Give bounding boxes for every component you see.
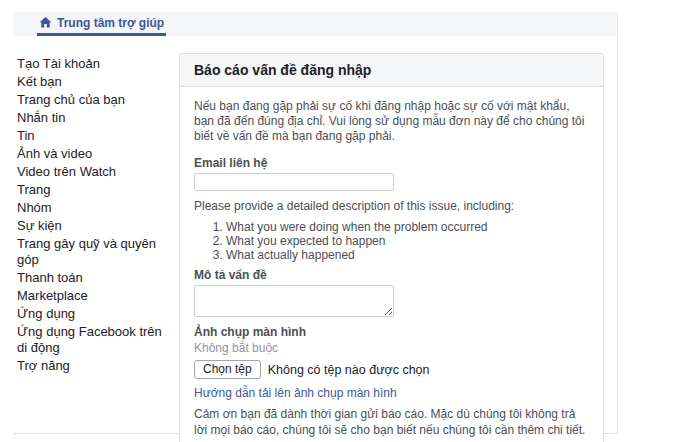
choose-file-button[interactable]: Chọn tệp [194,360,261,379]
sidebar-item-ung-dung[interactable]: Ứng dụng [17,306,167,322]
description-points-list: What you were doing when the problem occ… [194,220,589,262]
sidebar-item-su-kien[interactable]: Sự kiện [17,218,167,234]
panel-title: Báo cáo vấn đề đăng nhập [180,54,603,87]
sidebar-item-anh-va-video[interactable]: Ảnh và video [17,146,167,162]
sidebar-item-tro-nang[interactable]: Trợ năng [17,358,167,374]
sidebar-item-ket-ban[interactable]: Kết bạn [17,74,167,90]
description-point: What you were doing when the problem occ… [226,220,589,234]
sidebar-item-nhan-tin[interactable]: Nhắn tin [17,110,167,126]
sidebar-item-tao-tai-khoan[interactable]: Tạo Tài khoản [17,56,167,72]
home-icon [39,16,52,29]
sidebar-item-trang-chu-cua-ban[interactable]: Trang chủ của bạn [17,92,167,108]
sidebar-item-video-tren-watch[interactable]: Video trên Watch [17,164,167,180]
report-login-issue-panel: Báo cáo vấn đề đăng nhập Nếu bạn đang gặ… [179,53,604,442]
sidebar-item-tin[interactable]: Tin [17,128,167,144]
sidebar-nav: Tạo Tài khoản Kết bạn Trang chủ của bạn … [13,36,179,376]
intro-text: Nếu bạn đang gặp phải sự cố khi đăng nhậ… [194,99,589,144]
description-point: What you expected to happen [226,234,589,248]
upload-help-link[interactable]: Hướng dẫn tải lên ảnh chụp màn hình [194,386,397,400]
panel-body: Nếu bạn đang gặp phải sự cố khi đăng nhậ… [180,87,603,442]
description-point: What actually happened [226,248,589,262]
sidebar-item-thanh-toan[interactable]: Thanh toán [17,270,167,286]
file-status-text: Không có tệp nào được chọn [268,363,430,377]
tab-help-center[interactable]: Trung tâm trợ giúp [37,12,166,36]
help-center-title: Trung tâm trợ giúp [57,16,164,30]
sidebar-item-trang-gay-quy[interactable]: Trang gây quỹ và quyên góp [17,236,167,268]
screenshot-file-input[interactable]: Chọn tệp Không có tệp nào được chọn [194,360,589,379]
optional-note: Không bắt buộc [194,342,589,355]
help-center-page: Trung tâm trợ giúp Tạo Tài khoản Kết bạn… [13,12,618,434]
sidebar-item-nhom[interactable]: Nhóm [17,200,167,216]
description-instruction: Please provide a detailed description of… [194,200,589,213]
content-area: Tạo Tài khoản Kết bạn Trang chủ của bạn … [13,36,617,442]
email-label: Email liên hệ [194,156,589,170]
sidebar-item-trang[interactable]: Trang [17,182,167,198]
topbar: Trung tâm trợ giúp [13,12,617,36]
screenshot-label: Ảnh chụp màn hình [194,325,589,339]
sidebar-item-ung-dung-facebook-di-dong[interactable]: Ứng dụng Facebook trên di động [17,324,167,356]
description-field[interactable] [194,285,394,317]
email-field[interactable] [194,173,394,191]
thanks-text: Cảm ơn bạn đã dành thời gian gửi báo cáo… [194,406,589,438]
description-label: Mô tả vấn đề [194,268,589,282]
sidebar-item-marketplace[interactable]: Marketplace [17,288,167,304]
